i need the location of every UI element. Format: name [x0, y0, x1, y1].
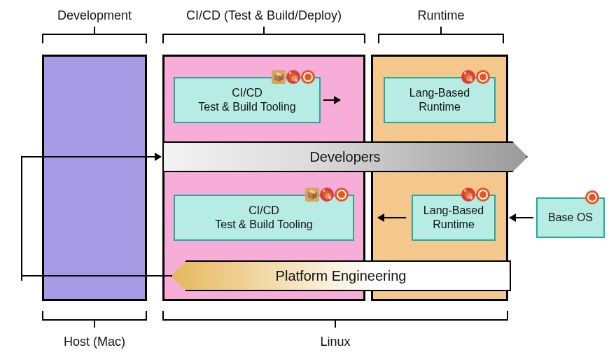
box-text: Runtime	[433, 218, 475, 232]
box-cicd-tooling-bottom: 📦 🍖 CI/CD Test & Build Tooling	[174, 195, 354, 241]
box-cicd-tooling-top: 📦 🍖 CI/CD Test & Build Tooling	[174, 77, 321, 123]
development-column	[42, 55, 147, 301]
label-linux: Linux	[162, 335, 508, 349]
ubuntu-icon	[301, 70, 315, 84]
box-text: CI/CD	[232, 86, 262, 100]
arrow-cicd-to-runtime-top	[323, 99, 340, 101]
chevron-label: Developers	[309, 149, 380, 165]
box-text: Runtime	[419, 100, 461, 114]
label-host: Host (Mac)	[42, 335, 147, 349]
icons-top-cicd: 📦 🍖	[272, 70, 315, 84]
chevron-label: Platform Engineering	[276, 268, 407, 284]
bracket-top-runtime	[378, 34, 504, 43]
chevron-developers: Developers	[162, 141, 528, 172]
label-cicd: CI/CD (Test & Build/Deploy)	[162, 8, 365, 23]
box-base-os: Base OS	[536, 197, 605, 238]
bracket-top-cicd	[162, 34, 365, 43]
icons-bottom-runtime: 🍖	[461, 188, 490, 202]
box-text: Base OS	[548, 211, 593, 225]
box-text: Lang-Based	[424, 204, 484, 218]
box-text: CI/CD	[248, 204, 279, 218]
bracket-bottom-host	[42, 311, 147, 321]
ubuntu-icon	[335, 188, 349, 202]
bracket-top-dev	[42, 34, 147, 43]
box-lang-runtime-top: 🍖 Lang-Based Runtime	[384, 77, 496, 123]
bracket-bottom-linux	[162, 311, 508, 321]
meat-icon: 🍖	[461, 70, 475, 84]
arrow-baseos-to-runtime	[510, 217, 533, 218]
box-text: Lang-Based	[410, 86, 470, 100]
package-icon: 📦	[272, 70, 286, 84]
meat-icon: 🍖	[286, 70, 300, 84]
ubuntu-icon	[476, 70, 490, 84]
icons-bottom-cicd: 📦 🍖	[305, 188, 349, 202]
icons-top-runtime: 🍖	[461, 70, 490, 84]
ubuntu-icon	[585, 190, 599, 204]
box-text: Test & Build Tooling	[215, 218, 312, 232]
chevron-platform-engineering: Platform Engineering	[171, 260, 511, 291]
icons-baseos	[585, 190, 599, 204]
ubuntu-icon	[476, 188, 490, 202]
package-icon: 📦	[305, 188, 319, 202]
box-text: Test & Build Tooling	[198, 100, 295, 114]
label-development: Development	[42, 8, 147, 23]
box-lang-runtime-bottom: 🍖 Lang-Based Runtime	[412, 195, 496, 241]
meat-icon: 🍖	[320, 188, 334, 202]
arrow-runtime-to-cicd-bottom	[378, 217, 406, 218]
label-runtime: Runtime	[378, 8, 504, 23]
meat-icon: 🍖	[461, 188, 475, 202]
